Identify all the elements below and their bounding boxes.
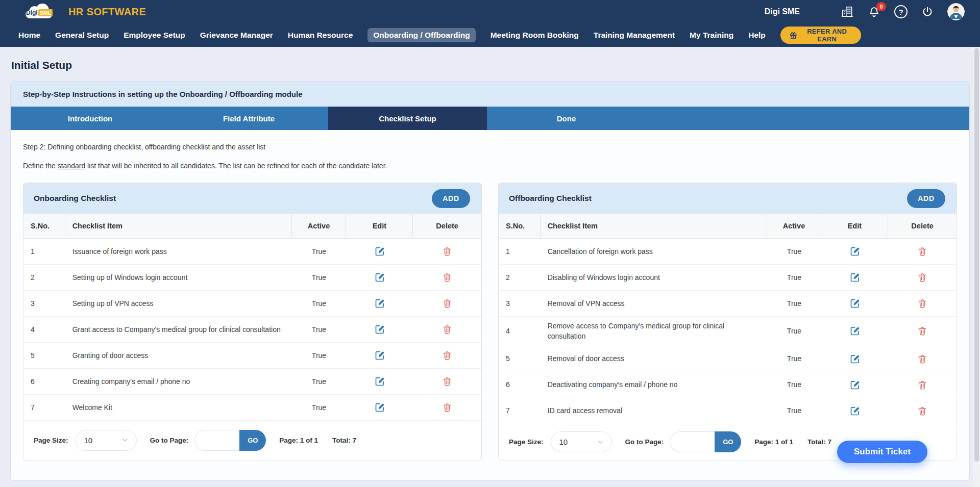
row-active: True	[767, 291, 822, 316]
edit-icon[interactable]	[375, 350, 385, 361]
go-button[interactable]: GO	[715, 431, 741, 452]
help-icon[interactable]	[894, 5, 908, 18]
apps-grid-icon[interactable]	[816, 6, 827, 17]
user-avatar[interactable]	[947, 3, 965, 20]
row-sno: 4	[499, 317, 541, 346]
refer-and-earn-label: REFER AND EARN	[801, 28, 852, 43]
row-sno: 7	[23, 395, 65, 420]
nav-grievance-manager[interactable]: Grievance Manager	[200, 31, 273, 40]
edit-icon[interactable]	[850, 246, 860, 257]
go-button[interactable]: GO	[239, 430, 266, 451]
page-size-select[interactable]: 10	[76, 430, 137, 451]
col-checklist-item: Checklist Item	[541, 214, 767, 238]
tab-introduction[interactable]: Introduction	[11, 107, 169, 130]
col-delete: Delete	[413, 214, 481, 238]
delete-icon[interactable]	[442, 298, 452, 309]
nav-home[interactable]: Home	[18, 31, 40, 40]
delete-icon[interactable]	[442, 272, 452, 283]
tab-done[interactable]: Done	[487, 107, 646, 130]
delete-icon[interactable]	[917, 354, 927, 364]
page-size-select[interactable]: 10	[551, 431, 612, 452]
notification-badge: 0	[876, 2, 886, 11]
edit-icon[interactable]	[850, 354, 860, 364]
delete-icon[interactable]	[442, 402, 452, 413]
delete-icon[interactable]	[442, 376, 452, 387]
row-sno: 2	[23, 265, 65, 290]
edit-icon[interactable]	[375, 272, 385, 283]
notification-bell-icon[interactable]: 0	[868, 6, 880, 18]
row-item: Creating company's email / phone no	[65, 369, 292, 394]
goto-page-label: Go to Page:	[150, 437, 189, 444]
edit-icon[interactable]	[375, 324, 385, 335]
delete-icon[interactable]	[442, 324, 452, 335]
edit-icon[interactable]	[375, 402, 385, 413]
edit-icon[interactable]	[850, 326, 860, 336]
goto-page-input[interactable]	[670, 431, 715, 452]
edit-icon[interactable]	[850, 406, 860, 416]
col-checklist-item: Checklist Item	[65, 214, 292, 238]
delete-icon[interactable]	[442, 246, 452, 257]
delete-icon[interactable]	[917, 246, 927, 257]
table-row: 3 Setting up of VPN access True	[23, 291, 481, 317]
nav-meeting-room-booking[interactable]: Meeting Room Booking	[491, 31, 579, 40]
onboarding-add-button[interactable]: ADD	[432, 189, 470, 208]
define-description: Define the standard list that will be in…	[23, 162, 957, 170]
total-info: Total: 7	[332, 437, 356, 444]
main-nav: Home General Setup Employee Setup Grieva…	[0, 23, 980, 47]
delete-icon[interactable]	[442, 350, 452, 361]
row-active: True	[767, 239, 822, 264]
col-sno: S.No.	[499, 214, 541, 238]
step-description: Step 2: Defining onboarding checklist, o…	[23, 143, 957, 151]
edit-icon[interactable]	[850, 298, 860, 309]
nav-training-management[interactable]: Training Management	[594, 31, 675, 40]
digisme-logo[interactable]: DigiSME	[22, 3, 55, 21]
row-active: True	[767, 346, 822, 372]
delete-icon[interactable]	[917, 272, 927, 283]
table-row: 3 Removal of VPN access True	[499, 291, 957, 317]
table-row: 4 Grant access to Company's medical grou…	[23, 317, 481, 343]
scrollbar[interactable]	[973, 47, 980, 487]
chevron-down-icon	[596, 438, 604, 446]
refer-and-earn-button[interactable]: REFER AND EARN	[780, 27, 861, 44]
offboarding-add-button[interactable]: ADD	[907, 189, 945, 208]
scrollbar-thumb[interactable]	[974, 48, 979, 462]
nav-my-training[interactable]: My Training	[690, 31, 733, 40]
row-item: Granting of door access	[65, 343, 292, 368]
row-sno: 5	[499, 346, 541, 372]
onboarding-pagination: Page Size: 10 Go to Page: GO Page: 1 of …	[23, 421, 481, 460]
tab-checklist-setup[interactable]: Checklist Setup	[328, 107, 487, 130]
edit-icon[interactable]	[375, 246, 385, 257]
row-sno: 3	[499, 291, 541, 316]
wizard-card-title: Step-by-Step Instructions in setting up …	[11, 82, 969, 107]
chevron-down-icon	[121, 436, 129, 444]
delete-icon[interactable]	[917, 326, 927, 336]
define-post: list that will be inherited to all candi…	[85, 162, 387, 170]
row-active: True	[767, 265, 822, 290]
col-delete: Delete	[888, 214, 957, 238]
edit-icon[interactable]	[375, 298, 385, 309]
row-sno: 5	[23, 343, 65, 368]
table-row: 1 Issuance of foreign work pass True	[23, 239, 481, 265]
gift-icon	[789, 30, 798, 40]
nav-general-setup[interactable]: General Setup	[55, 31, 109, 40]
row-item: Cancellation of foreign work pass	[541, 239, 767, 264]
row-sno: 1	[499, 239, 541, 264]
goto-page-input[interactable]	[194, 430, 239, 451]
row-active: True	[292, 369, 347, 394]
company-building-icon[interactable]	[841, 5, 854, 18]
table-row: 2 Setting up of Windows login account Tr…	[23, 265, 481, 291]
delete-icon[interactable]	[917, 380, 927, 390]
nav-employee-setup[interactable]: Employee Setup	[124, 31, 185, 40]
delete-icon[interactable]	[917, 298, 927, 309]
submit-ticket-button[interactable]: Submit Ticket	[837, 441, 927, 463]
tab-field-attribute[interactable]: Field Attribute	[169, 107, 328, 130]
nav-help[interactable]: Help	[748, 31, 766, 40]
delete-icon[interactable]	[917, 406, 927, 416]
row-sno: 6	[499, 372, 541, 398]
edit-icon[interactable]	[850, 272, 860, 283]
edit-icon[interactable]	[850, 380, 860, 390]
power-logout-icon[interactable]	[921, 6, 934, 18]
nav-onboarding-offboarding[interactable]: Onboarding / Offboarding	[368, 28, 475, 42]
edit-icon[interactable]	[375, 376, 385, 387]
nav-human-resource[interactable]: Human Resource	[288, 31, 353, 40]
